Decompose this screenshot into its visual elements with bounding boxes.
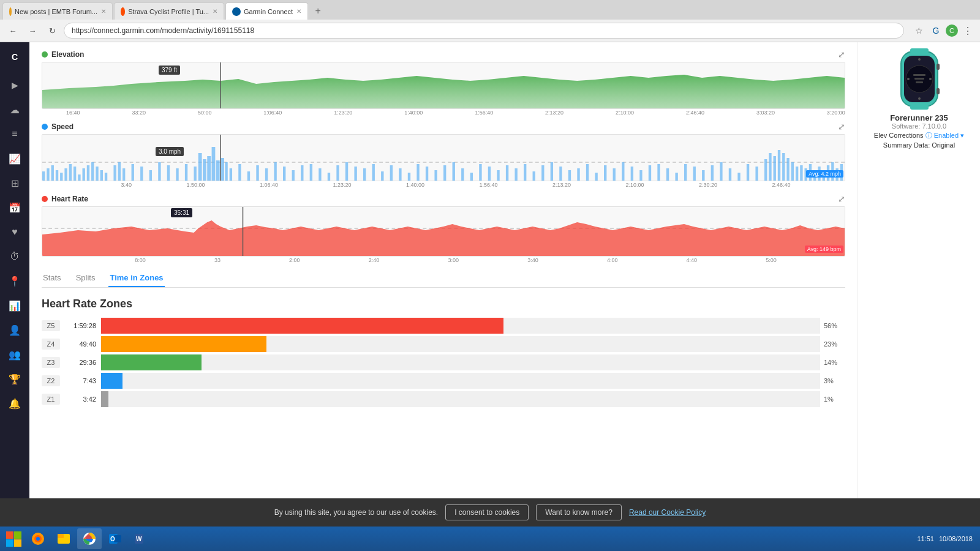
svg-rect-94 (747, 164, 749, 181)
tab-garmin[interactable]: Garmin Connect ✕ (225, 2, 308, 20)
user-ext-icon[interactable]: C (946, 24, 958, 37)
svg-rect-84 (657, 164, 660, 181)
elev-corrections-value[interactable]: ⓘ Enabled ▾ (925, 132, 965, 139)
new-tab-button[interactable]: + (309, 2, 326, 20)
svg-rect-18 (113, 165, 116, 181)
svg-rect-24 (158, 162, 160, 181)
sidebar-expand-button[interactable]: ▶ (4, 74, 26, 96)
zone-z1-time: 3:42 (62, 395, 96, 403)
taskbar-date: 10/08/2018 (939, 535, 973, 542)
svg-rect-73 (559, 167, 562, 181)
tab-stats[interactable]: Stats (42, 269, 62, 287)
tab-strava-close[interactable]: ✕ (213, 8, 217, 15)
bookmark-icon[interactable]: ☆ (911, 23, 926, 38)
sidebar-location-icon[interactable]: 📍 (4, 270, 26, 292)
zones-title: Heart Rate Zones (42, 298, 845, 310)
svg-rect-54 (390, 165, 393, 181)
tab-emtb-close[interactable]: ✕ (101, 8, 106, 15)
svg-rect-3 (42, 171, 45, 181)
sidebar-bell-icon[interactable]: 🔔 (4, 392, 26, 414)
address-input[interactable] (64, 23, 904, 39)
menu-button[interactable]: ⋮ (960, 23, 975, 38)
taskbar-chrome[interactable] (77, 528, 102, 549)
tab-strava[interactable]: Strava Cyclist Profile | Tu... ✕ (114, 2, 224, 20)
zone-z2-pct: 3% (824, 377, 845, 384)
tab-emtb-label: New posts | EMTB Forum... (15, 8, 97, 15)
refresh-button[interactable]: ↻ (44, 23, 60, 39)
sidebar-layers-icon[interactable]: ≡ (4, 123, 26, 145)
summary-data-label: Summary Data: (883, 141, 930, 149)
tab-time-in-zones[interactable]: Time in Zones (108, 269, 164, 287)
sidebar-group-icon[interactable]: 👥 (4, 343, 26, 365)
elevation-expand-icon[interactable]: ⤢ (838, 50, 845, 59)
zone-z2-row: Z2 7:43 3% (42, 373, 845, 389)
tab-splits[interactable]: Splits (75, 269, 97, 287)
svg-rect-41 (274, 162, 276, 181)
start-button[interactable] (2, 528, 24, 550)
svg-rect-134 (6, 539, 13, 547)
svg-rect-71 (541, 165, 544, 181)
zone-z4-time: 49:40 (62, 340, 96, 348)
taskbar-word[interactable]: W (129, 528, 153, 549)
svg-rect-81 (631, 167, 633, 181)
tab-garmin-close[interactable]: ✕ (296, 8, 301, 15)
forward-button[interactable]: → (24, 23, 40, 39)
sidebar-timer-icon[interactable]: ⏱ (4, 246, 26, 268)
sidebar-cloud-icon[interactable]: ☁ (4, 99, 26, 121)
svg-rect-87 (684, 164, 687, 181)
sidebar-reports-icon[interactable]: 📊 (4, 294, 26, 317)
speed-expand-icon[interactable]: ⤢ (838, 122, 845, 132)
know-more-button[interactable]: Want to know more? (536, 504, 622, 520)
taskbar-explorer[interactable] (51, 528, 76, 549)
garmin-logo[interactable]: C (5, 47, 24, 67)
hr-text: Heart Rate (51, 195, 88, 203)
elevation-chart-header: Elevation ⤢ (42, 50, 845, 59)
zone-z3-bar (101, 354, 202, 370)
svg-marker-116 (42, 220, 845, 256)
svg-rect-50 (354, 167, 356, 181)
sidebar-user-icon[interactable]: 👤 (4, 319, 26, 341)
svg-rect-80 (622, 162, 624, 181)
svg-rect-70 (533, 171, 535, 181)
svg-rect-10 (74, 167, 76, 181)
sidebar-calendar-icon[interactable]: 📅 (4, 197, 26, 219)
sidebar-trophy-icon[interactable]: 🏆 (4, 368, 26, 390)
sidebar-dashboard-icon[interactable]: ⊞ (4, 172, 26, 194)
elevation-svg (42, 62, 845, 108)
svg-rect-135 (14, 539, 21, 547)
back-button[interactable]: ← (5, 23, 21, 39)
tab-emtb[interactable]: New posts | EMTB Forum... ✕ (2, 2, 113, 20)
speed-avg-label: Avg: 4.2 mph (806, 170, 843, 178)
elevation-dot (42, 51, 48, 58)
zone-z4-row: Z4 49:40 23% (42, 336, 845, 352)
taskbar-outlook[interactable]: O (103, 528, 127, 549)
zone-z1-pct: 1% (824, 395, 845, 403)
hr-avg-label: Avg: 149 bpm (805, 246, 843, 253)
device-name: Forerunner 235 (890, 113, 948, 122)
zone-z5-label: Z5 (42, 320, 60, 331)
svg-point-124 (929, 78, 932, 80)
svg-rect-25 (167, 165, 170, 181)
svg-rect-20 (123, 168, 125, 181)
svg-rect-13 (87, 165, 89, 181)
svg-rect-42 (283, 167, 285, 181)
speed-svg (42, 135, 845, 181)
sidebar-heart-icon[interactable]: ♥ (4, 221, 26, 243)
cookie-message: By using this site, you agree to our use… (274, 508, 438, 517)
svg-rect-58 (426, 167, 428, 181)
svg-rect-56 (408, 173, 410, 181)
zone-z5-bar (101, 318, 503, 334)
garmin-ext-icon[interactable]: G (929, 23, 943, 38)
svg-rect-64 (479, 164, 481, 181)
elevation-text: Elevation (51, 50, 84, 59)
consent-button[interactable]: I consent to cookies (445, 504, 529, 520)
svg-rect-53 (381, 171, 383, 181)
taskbar-firefox[interactable] (26, 528, 50, 549)
svg-rect-93 (737, 173, 740, 181)
sidebar-activity-icon[interactable]: 📈 (4, 148, 26, 170)
cookie-policy-link[interactable]: Read our Cookie Policy (629, 508, 706, 517)
device-elev-corrections: Elev Corrections ⓘ Enabled ▾ (874, 131, 964, 140)
hr-expand-icon[interactable]: ⤢ (838, 194, 845, 204)
svg-text:W: W (136, 536, 142, 542)
svg-rect-99 (778, 150, 780, 181)
